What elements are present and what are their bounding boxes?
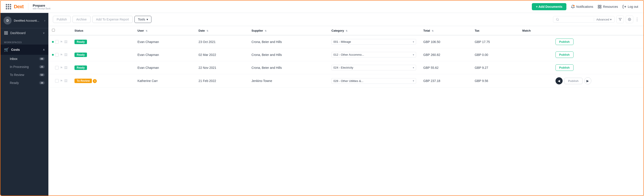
resources-label: Resources <box>603 5 618 8</box>
dashboard-label: Dashboard <box>10 31 40 35</box>
resources-button[interactable]: Resources <box>598 5 618 9</box>
advanced-chevron-icon: ▾ <box>610 18 612 21</box>
gear-icon <box>628 18 631 21</box>
image-icon[interactable]: 🖼 <box>64 66 67 69</box>
table-row: ⚑ 🖼 Ready Evan Chapman 23 Oct 2021 Crona… <box>48 35 644 48</box>
prev-nav-button[interactable]: ◀ <box>556 77 562 84</box>
total-cell: GBP 260.82 <box>420 48 471 61</box>
row-checkbox[interactable] <box>55 53 59 57</box>
flag-icon[interactable]: ⚑ <box>60 79 63 83</box>
match-cell <box>519 48 552 61</box>
status-cell: Ready <box>71 48 134 61</box>
supplier-sort-icon: ⇅ <box>265 30 266 32</box>
tools-label: Tools <box>138 17 145 21</box>
category-select[interactable]: 028 - Other Utilities &... ▾ <box>331 78 416 84</box>
svg-rect-9 <box>4 33 6 34</box>
costs-chevron-icon: ∧ <box>43 48 45 51</box>
search-icon <box>556 18 559 21</box>
sidebar-item-dashboard[interactable]: Dashboard ∨ <box>0 28 48 38</box>
flag-icon[interactable]: ⚑ <box>60 66 63 69</box>
match-cell <box>519 61 552 74</box>
supplier-header[interactable]: Supplier ⇅ <box>248 26 328 35</box>
table-body: ⚑ 🖼 Ready Evan Chapman 23 Oct 2021 Crona… <box>48 35 644 88</box>
row-controls: ⚑ 🖼 <box>52 79 67 83</box>
supplier-cell: Crona, Beier and Hills <box>248 35 328 48</box>
grid-menu-icon[interactable] <box>6 4 11 9</box>
account-selector[interactable]: D Dextified Accounti... › <box>0 13 48 28</box>
svg-rect-3 <box>600 7 601 8</box>
total-header[interactable]: Total ⇅ <box>420 26 471 35</box>
svg-point-10 <box>556 18 558 20</box>
svg-marker-12 <box>619 18 622 21</box>
publish-button-row-2[interactable]: Publish <box>556 64 574 71</box>
top-nav: Dext Prepare with Receipt Bank + Add Doc… <box>0 0 644 13</box>
supplier-cell: Jenkins-Towne <box>248 74 328 88</box>
workspaces-section-label: WORKSPACES <box>0 38 48 44</box>
flag-icon[interactable]: ⚑ <box>60 53 63 57</box>
status-cell: Ready <box>71 61 134 74</box>
publish-header <box>552 26 644 35</box>
search-input[interactable] <box>561 17 592 21</box>
inbox-badge: 88 <box>39 57 45 60</box>
category-select[interactable]: 012 - Other Accommo... ▾ <box>331 52 416 57</box>
user-cell: Katherine Carr <box>134 74 195 88</box>
image-icon[interactable]: 🖼 <box>64 53 67 57</box>
category-chevron-icon: ▾ <box>413 53 414 56</box>
date-header[interactable]: Date ⇅ <box>195 26 248 35</box>
body-area: D Dextified Accounti... › Dashboard ∨ WO… <box>0 13 644 196</box>
sidebar-item-costs[interactable]: 🛒 Costs ∧ <box>0 44 48 55</box>
user-header[interactable]: User ⇅ <box>134 26 195 35</box>
logout-icon <box>622 5 626 9</box>
toolbar: Publish Archive Add To Expense Report To… <box>48 13 644 26</box>
select-all-checkbox[interactable] <box>52 29 55 32</box>
image-icon[interactable]: 🖼 <box>64 40 67 44</box>
ready-label: Ready <box>10 81 19 85</box>
status-dot-icon <box>52 67 54 69</box>
more-options-icon[interactable]: ⋮ <box>635 17 639 22</box>
status-dot-icon <box>52 54 54 56</box>
next-nav-button[interactable]: ▶ <box>584 77 591 84</box>
table-area: Status User ⇅ Date ⇅ Supplier <box>48 26 644 196</box>
to-review-label: To Review <box>10 73 24 77</box>
search-box[interactable]: Advanced ▾ <box>553 16 614 23</box>
advanced-button[interactable]: Advanced ▾ <box>594 18 612 21</box>
row-checkbox[interactable] <box>55 79 59 83</box>
flag-icon[interactable]: ⚑ <box>60 40 63 44</box>
sidebar-item-ready[interactable]: Ready 38 <box>0 79 48 87</box>
sidebar-item-inbox[interactable]: Inbox 88 <box>0 55 48 63</box>
image-icon[interactable]: 🖼 <box>64 79 67 83</box>
publish-button-row-1[interactable]: Publish <box>556 51 574 58</box>
publish-button-row-0[interactable]: Publish <box>556 38 574 45</box>
category-cell: 012 - Other Accommo... ▾ <box>328 48 420 61</box>
resources-icon <box>598 5 602 9</box>
publish-button[interactable]: Publish <box>53 16 71 23</box>
settings-button[interactable] <box>626 15 633 23</box>
table-row: ⚑ 🖼 Ready Evan Chapman 22 Nov 2021 Crona… <box>48 61 644 74</box>
svg-point-13 <box>629 19 630 20</box>
status-badge: To Review <box>74 79 92 83</box>
supplier-cell: Crona, Beier and Hills <box>248 61 328 74</box>
action-cell: Publish <box>552 61 644 74</box>
row-controls-cell: ⚑ 🖼 <box>48 74 71 88</box>
category-select[interactable]: 001 - Mileage ▾ <box>331 39 416 44</box>
tools-button[interactable]: Tools ▾ <box>134 16 152 23</box>
review-badge: 1 <box>93 79 97 83</box>
row-checkbox[interactable] <box>55 66 59 69</box>
category-header[interactable]: Category ⇅ <box>328 26 420 35</box>
category-cell: 024 - Electricity ▾ <box>328 61 420 74</box>
sidebar-item-to-review[interactable]: To Review 50 <box>0 71 48 79</box>
add-documents-button[interactable]: + Add Documents <box>532 3 566 10</box>
sidebar-item-in-processing[interactable]: In Processing 25 <box>0 63 48 71</box>
account-name: Dextified Accounti... <box>14 19 42 22</box>
select-all-header <box>48 26 71 35</box>
tax-header: Tax <box>471 26 519 35</box>
filter-button[interactable] <box>616 15 624 23</box>
logout-label: Log out <box>628 5 638 8</box>
category-select[interactable]: 024 - Electricity ▾ <box>331 65 416 70</box>
status-badge: Ready <box>74 65 87 70</box>
logout-button[interactable]: Log out <box>622 5 638 9</box>
archive-button[interactable]: Archive <box>72 16 90 23</box>
add-to-expense-button[interactable]: Add To Expense Report <box>92 16 133 23</box>
notifications-button[interactable]: Notifications <box>571 5 593 9</box>
row-checkbox[interactable] <box>55 40 59 44</box>
